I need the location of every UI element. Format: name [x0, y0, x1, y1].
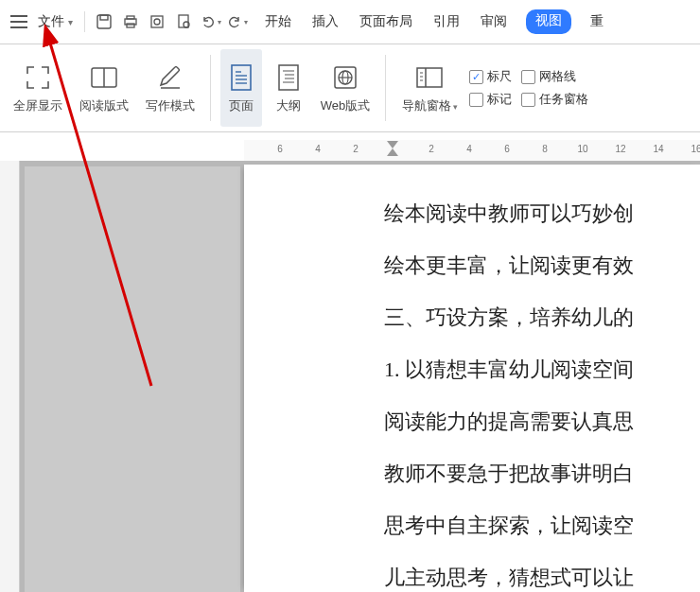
ruler-tick: 2 — [429, 144, 434, 154]
svg-rect-17 — [279, 65, 298, 90]
checkbox-icon — [469, 70, 483, 84]
separator — [84, 11, 85, 32]
page-label: 页面 — [229, 97, 254, 114]
document-line: 绘本更丰富，让阅读更有效 — [384, 239, 700, 291]
write-mode-label: 写作模式 — [146, 97, 195, 114]
globe-icon — [329, 61, 361, 94]
document-line: 阅读能力的提高需要认真思 — [384, 395, 700, 447]
checkbox-grid[interactable]: 网格线 — [521, 68, 576, 85]
web-label: Web版式 — [321, 97, 371, 114]
checkbox-icon — [521, 70, 535, 84]
read-mode-button[interactable]: 阅读版式 — [74, 49, 134, 127]
ruler-tick: 14 — [653, 144, 663, 154]
ruler-tick: 16 — [691, 144, 700, 154]
checkbox-taskpane[interactable]: 任务窗格 — [521, 91, 588, 108]
tab-view[interactable]: 视图 — [526, 9, 571, 34]
save-icon[interactable] — [93, 10, 115, 33]
checkbox-label: 标记 — [487, 91, 512, 108]
ruler-tick: 4 — [315, 144, 321, 154]
document-line: 儿主动思考，猜想式可以让 — [384, 551, 700, 592]
ruler-tick: 6 — [504, 144, 510, 154]
separator — [385, 55, 386, 121]
checkbox-icon — [469, 93, 483, 107]
separator — [210, 55, 211, 121]
svg-rect-0 — [97, 15, 111, 28]
horizontal-ruler[interactable]: 642246810121416 — [244, 140, 700, 162]
fullscreen-label: 全屏显示 — [13, 97, 62, 114]
document-page[interactable]: 绘本阅读中教师可以巧妙创绘本更丰富，让阅读更有效三、巧设方案，培养幼儿的1. 以… — [244, 165, 700, 592]
indent-marker-icon[interactable] — [386, 140, 399, 159]
tab-layout[interactable]: 页面布局 — [358, 9, 414, 34]
ruler-tick: 4 — [466, 144, 472, 154]
undo-icon[interactable]: ▾ — [199, 10, 221, 33]
checkbox-label: 标尺 — [487, 68, 512, 85]
thumbnail-gutter[interactable] — [0, 161, 20, 592]
ruler-tick: 6 — [277, 144, 283, 154]
nav-pane-button[interactable]: 导航窗格▾ — [395, 49, 464, 127]
outline-view-button[interactable]: 大纲 — [268, 49, 309, 127]
page-view-button[interactable]: 页面 — [220, 49, 262, 127]
ruler-tick: 2 — [353, 144, 359, 154]
checkbox-ruler[interactable]: 标尺 — [469, 68, 512, 85]
tab-home[interactable]: 开始 — [263, 9, 293, 34]
svg-rect-1 — [100, 15, 108, 20]
ribbon-tabs: 开始 插入 页面布局 引用 审阅 视图 重 — [263, 9, 605, 34]
book-icon — [88, 61, 120, 94]
fullscreen-button[interactable]: 全屏显示 — [8, 49, 68, 127]
file-menu[interactable]: 文件 ▾ — [34, 11, 77, 32]
tab-insert[interactable]: 插入 — [310, 9, 341, 34]
svg-point-6 — [154, 19, 160, 25]
chevron-down-icon: ▾ — [244, 18, 248, 26]
document-line: 三、巧设方案，培养幼儿的 — [384, 291, 700, 343]
chevron-down-icon: ▾ — [68, 17, 73, 27]
nav-pane-icon — [413, 61, 446, 94]
document-text: 绘本阅读中教师可以巧妙创绘本更丰富，让阅读更有效三、巧设方案，培养幼儿的1. 以… — [384, 187, 700, 592]
redo-icon[interactable]: ▾ — [225, 10, 248, 33]
document-line: 教师不要急于把故事讲明白 — [384, 447, 700, 499]
print-icon[interactable] — [119, 10, 142, 33]
ruler-tick: 8 — [542, 144, 548, 154]
page-shadow — [25, 166, 240, 592]
outline-label: 大纲 — [276, 97, 301, 114]
tab-review[interactable]: 审阅 — [479, 9, 509, 34]
checkbox-mark[interactable]: 标记 — [469, 91, 512, 108]
read-mode-label: 阅读版式 — [79, 97, 129, 114]
fullscreen-icon — [22, 61, 54, 94]
svg-rect-4 — [127, 24, 134, 27]
document-line: 1. 以猜想丰富幼儿阅读空间 — [384, 343, 700, 395]
svg-rect-12 — [232, 65, 251, 90]
document-line: 绘本阅读中教师可以巧妙创 — [384, 187, 700, 239]
web-view-button[interactable]: Web版式 — [315, 49, 376, 127]
checkbox-label: 任务窗格 — [539, 91, 588, 108]
svg-rect-3 — [127, 16, 134, 19]
chevron-down-icon: ▾ — [218, 18, 221, 26]
file-label: 文件 — [38, 13, 64, 30]
view-options-group: 标尺 网格线 标记 任务窗格 — [469, 51, 588, 125]
menu-icon[interactable] — [8, 10, 30, 33]
tab-trail[interactable]: 重 — [588, 9, 605, 34]
nav-pane-label: 导航窗格▾ — [402, 97, 458, 114]
write-mode-button[interactable]: 写作模式 — [140, 49, 201, 127]
checkbox-label: 网格线 — [539, 68, 576, 85]
svg-rect-5 — [151, 16, 163, 27]
ruler-tick: 10 — [577, 144, 587, 154]
checkbox-icon — [521, 93, 535, 107]
tab-ref[interactable]: 引用 — [431, 9, 462, 34]
svg-rect-26 — [417, 68, 442, 87]
ruler-tick: 12 — [615, 144, 625, 154]
pen-icon — [154, 61, 186, 94]
doc-preview-icon[interactable] — [172, 10, 195, 33]
outline-icon — [272, 61, 305, 94]
page-icon — [225, 61, 257, 94]
document-workspace: 绘本阅读中教师可以巧妙创绘本更丰富，让阅读更有效三、巧设方案，培养幼儿的1. 以… — [0, 161, 700, 592]
document-line: 思考中自主探索，让阅读空 — [384, 499, 700, 551]
print-preview-icon[interactable] — [146, 10, 168, 33]
